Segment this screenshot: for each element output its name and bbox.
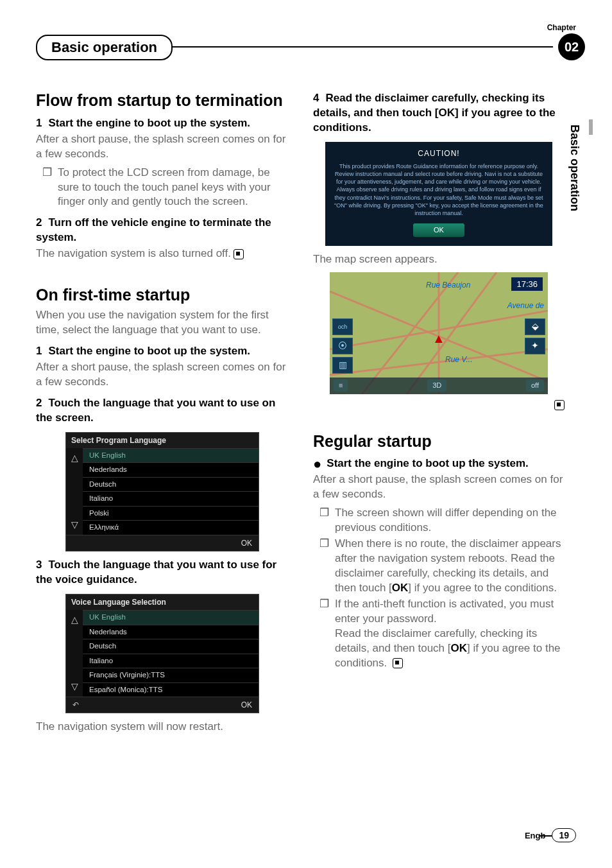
map-gps-button[interactable]: ✦: [525, 338, 545, 354]
map-menu-button[interactable]: ≡: [334, 379, 348, 392]
map-clock: 17:36: [511, 277, 543, 291]
right-column: 4Read the disclaimer carefully, checking…: [313, 83, 565, 738]
program-language-screenshot: Select Program Language △ ▽ UK English N…: [65, 432, 259, 551]
voice-item[interactable]: Italiano: [83, 654, 259, 668]
step-number: 1: [36, 117, 42, 129]
regular-step: ●Start the engine to boot up the system.: [313, 456, 565, 471]
map-zoom-button[interactable]: ⦿: [332, 338, 353, 354]
flow-body-2: The navigation system is also turned off…: [36, 247, 287, 261]
caution-title: CAUTION!: [333, 148, 545, 159]
map-right-panel: ⬙ ✦: [525, 318, 545, 354]
voice-language-screenshot: Voice Language Selection △ ▽ UK English …: [65, 594, 259, 713]
ok-button[interactable]: OK: [241, 700, 252, 710]
map-street-label: Rue V...: [445, 354, 472, 365]
restart-text: The navigation system will now restart.: [36, 720, 287, 734]
voice-item[interactable]: UK English: [83, 610, 259, 625]
scroll-arrows: △ ▽: [66, 448, 83, 535]
ok-button[interactable]: OK: [241, 538, 252, 548]
left-column: Flow from startup to termination 1Start …: [36, 83, 287, 738]
end-mark-icon: [234, 249, 244, 259]
scroll-down-icon[interactable]: ▽: [71, 519, 78, 531]
step-text: Turn off the vehicle engine to terminate…: [36, 216, 271, 243]
voice-item[interactable]: Nederlands: [83, 625, 259, 639]
bullet-text: When there is no route, the disclaimer a…: [335, 537, 565, 596]
back-icon[interactable]: ↶: [72, 700, 79, 710]
language-item[interactable]: Italiano: [83, 491, 259, 506]
step-number: 3: [36, 559, 42, 571]
first-body-1: After a short pause, the splash screen c…: [36, 360, 287, 390]
language-list: UK English Nederlands Deutsch Italiano P…: [83, 448, 259, 535]
caution-ok-button[interactable]: OK: [413, 223, 464, 237]
heading-first-time: On first-time startup: [36, 286, 287, 304]
map-screenshot: Rue Beaujon Avenue de Rue V... 17:36 ▲ o…: [330, 272, 548, 394]
step-number: 2: [36, 216, 42, 229]
voice-language-title: Voice Language Selection: [66, 595, 259, 610]
bullet-icon: ❐: [313, 597, 335, 671]
first-step-1: 1Start the engine to boot up the system.: [36, 344, 287, 359]
caution-screenshot: CAUTION! This product provides Route Gui…: [325, 142, 552, 246]
step-text: Read the disclaimer carefully, checking …: [313, 92, 556, 134]
end-mark-icon: [554, 400, 565, 410]
map-street-label: Avenue de: [507, 300, 544, 311]
first-time-intro: When you use the navigation system for t…: [36, 308, 287, 338]
page-footer: Engb 19: [525, 828, 576, 842]
bullet-dot-icon: ●: [313, 456, 321, 472]
scroll-up-icon[interactable]: △: [71, 614, 78, 626]
language-item[interactable]: Polski: [83, 506, 259, 521]
bullet-text: If the anti-theft function is activated,…: [335, 597, 565, 671]
bullet-icon: ❐: [313, 537, 335, 596]
caution-body: This product provides Route Guidance inf…: [333, 162, 545, 217]
flow-step-1: 1Start the engine to boot up the system.: [36, 116, 287, 131]
voice-item[interactable]: Español (Monica):TTS: [83, 682, 259, 697]
map-left-panel: och ⦿ ▥: [332, 318, 353, 374]
flow-body-1: After a short pause, the splash screen c…: [36, 132, 287, 162]
chapter-label: Chapter: [547, 23, 576, 32]
regular-body: After a short pause, the splash screen c…: [313, 473, 565, 502]
language-item[interactable]: Nederlands: [83, 462, 259, 477]
first-step-3: 3Touch the language that you want to use…: [36, 558, 287, 587]
heading-regular-startup: Regular startup: [313, 432, 565, 451]
bullet-icon: ❐: [36, 166, 58, 210]
map-bottom-bar: ≡ 3D off: [330, 378, 548, 394]
chapter-number-badge: 02: [558, 33, 585, 60]
section-header-pill: Basic operation: [36, 35, 173, 60]
scroll-down-icon[interactable]: ▽: [71, 681, 78, 693]
map-appears-text: The map screen appears.: [313, 252, 565, 267]
language-item[interactable]: Ελληνικά: [83, 520, 259, 535]
voice-item[interactable]: Deutsch: [83, 639, 259, 654]
end-mark-icon: [393, 658, 403, 668]
step-text: Start the engine to boot up the system.: [48, 117, 250, 129]
regular-bullet-1: ❐ The screen shown will differ depending…: [313, 506, 565, 535]
section-header-text: Basic operation: [51, 39, 157, 56]
bullet-text: To protect the LCD screen from damage, b…: [58, 166, 287, 210]
regular-bullet-3: ❐ If the anti-theft function is activate…: [313, 597, 565, 671]
language-item[interactable]: Deutsch: [83, 477, 259, 492]
step-number: 4: [313, 92, 319, 104]
first-step-4: 4Read the disclaimer carefully, checking…: [313, 91, 565, 135]
scroll-arrows: △ ▽: [66, 610, 83, 697]
map-cursor-icon: ▲: [432, 330, 445, 347]
footer-page-number: 19: [552, 828, 576, 842]
map-info-button[interactable]: och: [332, 318, 353, 335]
bullet-icon: ❐: [313, 506, 335, 535]
scroll-up-icon[interactable]: △: [71, 452, 78, 464]
voice-list: UK English Nederlands Deutsch Italiano F…: [83, 610, 259, 697]
step-text: Touch the language that you want to use …: [36, 559, 276, 586]
voice-item[interactable]: Français (Virginie):TTS: [83, 668, 259, 682]
program-language-title: Select Program Language: [66, 433, 259, 448]
flow-step-2: 2Turn off the vehicle engine to terminat…: [36, 216, 287, 245]
step-number: 1: [36, 345, 42, 357]
heading-flow: Flow from startup to termination: [36, 91, 287, 110]
map-3d-button[interactable]: 3D: [427, 379, 446, 392]
side-tab-marker: [589, 119, 593, 135]
step-number: 2: [36, 397, 42, 409]
side-section-label: Basic operation: [568, 125, 581, 211]
step-text: Start the engine to boot up the system.: [48, 345, 250, 357]
step-text: Touch the language that you want to use …: [36, 397, 275, 424]
first-step-2: 2Touch the language that you want to use…: [36, 396, 287, 426]
map-north-button[interactable]: ⬙: [525, 318, 545, 335]
map-off-button[interactable]: off: [526, 379, 544, 392]
step-text: Start the engine to boot up the system.: [327, 457, 529, 469]
map-layers-button[interactable]: ▥: [332, 357, 353, 374]
language-item[interactable]: UK English: [83, 448, 259, 463]
